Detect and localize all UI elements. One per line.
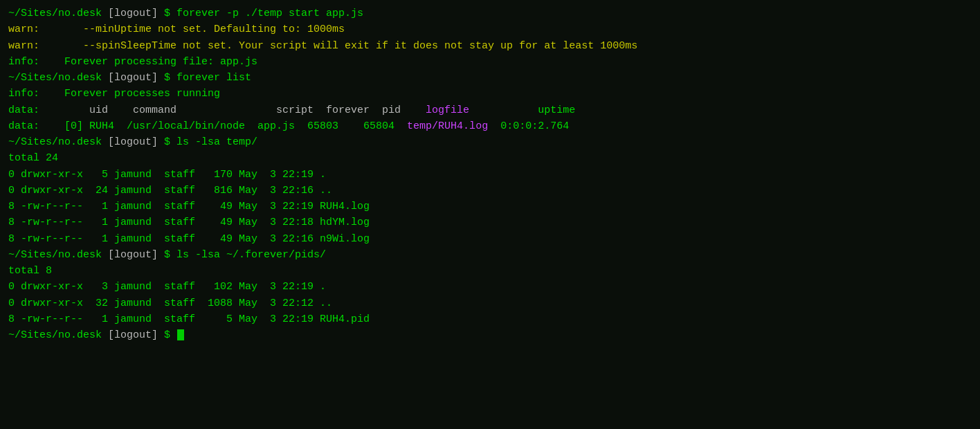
terminal-line: ~/Sites/no.desk [logout] $ ls -lsa temp/ <box>8 134 972 150</box>
terminal-output: ~/Sites/no.desk [logout] $ forever -p ./… <box>8 6 972 343</box>
terminal-window[interactable]: ~/Sites/no.desk [logout] $ forever -p ./… <box>0 0 980 429</box>
terminal-line: ~/Sites/no.desk [logout] $ forever -p ./… <box>8 6 972 21</box>
terminal-line: warn: --minUptime not set. Defaulting to… <box>8 21 972 37</box>
terminal-line: total 24 <box>8 150 972 166</box>
terminal-cursor <box>177 329 184 340</box>
terminal-line: info: Forever processing file: app.js <box>8 54 972 70</box>
terminal-line: 0 drwxr-xr-x 32 jamund staff 1088 May 3 … <box>8 295 972 311</box>
terminal-line: ~/Sites/no.desk [logout] $ <box>8 327 972 343</box>
terminal-line: 8 -rw-r--r-- 1 jamund staff 49 May 3 22:… <box>8 214 972 230</box>
terminal-line: 0 drwxr-xr-x 5 jamund staff 170 May 3 22… <box>8 167 972 183</box>
terminal-line: ~/Sites/no.desk [logout] $ forever list <box>8 70 972 86</box>
terminal-line: 0 drwxr-xr-x 3 jamund staff 102 May 3 22… <box>8 279 972 295</box>
terminal-line: warn: --spinSleepTime not set. Your scri… <box>8 38 972 54</box>
terminal-line: data: uid command script forever pid log… <box>8 102 972 118</box>
terminal-line: info: Forever processes running <box>8 86 972 102</box>
terminal-line: ~/Sites/no.desk [logout] $ ls -lsa ~/.fo… <box>8 247 972 263</box>
terminal-line: 8 -rw-r--r-- 1 jamund staff 49 May 3 22:… <box>8 199 972 214</box>
terminal-line: 8 -rw-r--r-- 1 jamund staff 49 May 3 22:… <box>8 231 972 247</box>
terminal-line: 0 drwxr-xr-x 24 jamund staff 816 May 3 2… <box>8 183 972 199</box>
terminal-line: 8 -rw-r--r-- 1 jamund staff 5 May 3 22:1… <box>8 311 972 327</box>
terminal-line: data: [0] RUH4 /usr/local/bin/node app.j… <box>8 118 972 134</box>
terminal-line: total 8 <box>8 263 972 279</box>
